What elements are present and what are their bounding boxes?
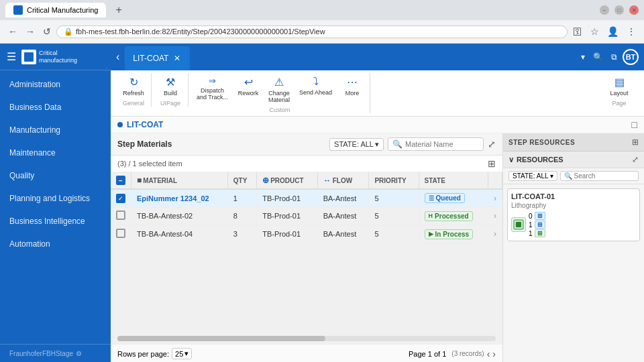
bookmark-icon[interactable]: ⚿ <box>570 25 585 38</box>
tab-favicon <box>13 5 23 15</box>
star-icon[interactable]: ☆ <box>588 25 602 38</box>
sidebar-logo: Critical manufacturing <box>21 50 77 64</box>
forward-button[interactable]: → <box>23 25 38 38</box>
row1-checkbox[interactable]: ✓ <box>116 194 125 203</box>
tab-search-button[interactable]: 🔍 <box>590 51 606 63</box>
sidebar-item-bi[interactable]: Business Intelligence <box>0 210 111 233</box>
resource-card[interactable]: LIT-COAT-01 Lithography 0 ⊞ <box>507 188 640 241</box>
main-content: ‹ LIT-COAT ✕ ▾ 🔍 ⧉ BT ↻ Refresh <box>111 44 644 362</box>
tab-dropdown-button[interactable]: ▾ <box>578 51 588 63</box>
table-scroll-container[interactable]: − ■MATERIAL QTY ⊕PRODUCT ↔FLOW PRIORITY … <box>111 172 502 333</box>
row1-priority: 5 <box>369 189 419 207</box>
minimize-button[interactable]: − <box>600 5 609 15</box>
collapse-icon: ∨ <box>508 156 514 164</box>
th-material: ■MATERIAL <box>131 172 228 189</box>
toolbar: ↻ Refresh General ⚒ Build UIPage <box>111 70 644 117</box>
close-button[interactable]: ✕ <box>629 5 639 15</box>
breadcrumb: LIT-COAT □ <box>111 117 644 133</box>
resources-search-input[interactable] <box>574 172 635 180</box>
resource-counts: 0 ⊞ 1 ⊞ 1 ⊞ <box>529 212 545 237</box>
search-input-field[interactable] <box>405 140 479 148</box>
step-resources-expand-icon[interactable]: ⊞ <box>632 137 639 147</box>
sidebar-item-planning[interactable]: Planning and Logistics <box>0 187 111 210</box>
th-product: ⊕PRODUCT <box>257 172 318 189</box>
next-page-button[interactable]: › <box>492 349 496 359</box>
refresh-icon: ↻ <box>129 76 138 88</box>
row2-qty: 8 <box>227 207 256 225</box>
table-row[interactable]: TB-BA-Antest-02 8 TB-Prod-01 BA-Antest 5… <box>111 207 502 225</box>
user-avatar[interactable]: BT <box>623 49 639 65</box>
row2-arrow[interactable]: › <box>494 211 496 221</box>
back-button[interactable]: ← <box>5 25 20 38</box>
header-checkbox[interactable]: − <box>116 176 125 185</box>
dispatch-button[interactable]: ⇒ Dispatchand Track... <box>193 73 232 106</box>
tab-right-actions: ▾ 🔍 ⧉ BT <box>573 49 644 65</box>
user-icon[interactable]: 👤 <box>604 25 621 38</box>
address-bar[interactable]: 🔒 fbh-mes-test.fbh-berlin.de:82/Entity/S… <box>56 25 568 38</box>
row2-checkbox[interactable] <box>116 210 125 220</box>
prev-page-button[interactable]: ‹ <box>487 349 490 359</box>
send-ahead-label: Send Ahead <box>299 89 332 96</box>
section-header: Step Materials STATE: ALL ▾ 🔍 ⤢ <box>111 133 502 156</box>
lock-icon: 🔒 <box>64 27 73 36</box>
row3-state: ▶ In Process <box>419 225 488 243</box>
browser-tab[interactable]: Critical Manufacturing <box>5 3 106 17</box>
reload-button[interactable]: ↺ <box>40 25 54 38</box>
sidebar-item-maintenance[interactable]: Maintenance <box>0 141 111 164</box>
horizontal-scrollbar[interactable] <box>117 336 496 341</box>
row1-arrow[interactable]: › <box>494 194 496 203</box>
send-ahead-button[interactable]: ⤵ Send Ahead <box>295 73 336 106</box>
more-button[interactable]: ⋯ More <box>337 73 367 106</box>
change-material-icon: ⚠ <box>274 76 284 88</box>
browser-titlebar: Critical Manufacturing + − □ ✕ <box>0 0 644 20</box>
more-icon: ⋯ <box>347 76 358 88</box>
resources-state-dropdown[interactable]: STATE: ALL ▾ <box>508 171 557 181</box>
change-material-button[interactable]: ⚠ ChangeMaterial <box>264 73 294 106</box>
layout-button[interactable]: ▤ Layout <box>602 73 636 99</box>
count-box-3: ⊞ <box>535 229 545 237</box>
row3-arrow[interactable]: › <box>494 229 496 239</box>
tab-panel: ‹ LIT-COAT ✕ ▾ 🔍 ⧉ BT <box>111 44 644 70</box>
sidebar-item-automation[interactable]: Automation <box>0 233 111 255</box>
expand-icon[interactable]: ⤢ <box>488 139 496 149</box>
resources-expand-button[interactable]: ⤢ <box>632 155 639 164</box>
table-row[interactable]: ✓ EpiNummer 1234_02 1 TB-Prod-01 BA-Ante… <box>111 189 502 207</box>
table-row[interactable]: TB-BA-Antest-04 3 TB-Prod-01 BA-Antest 5… <box>111 225 502 243</box>
row3-qty: 3 <box>227 225 256 243</box>
rework-button[interactable]: ↩ Rework <box>233 73 263 106</box>
columns-button[interactable]: ⊞ <box>488 158 496 169</box>
tab-close-button[interactable]: ✕ <box>172 54 182 63</box>
rows-per-page: Rows per page: 25 ▾ <box>117 348 192 359</box>
row2-product: TB-Prod-01 <box>257 207 318 225</box>
tab-item-lit-coat[interactable]: LIT-COAT ✕ <box>125 46 190 70</box>
add-tab-button[interactable]: + <box>111 4 125 16</box>
resources-state-icon: ▾ <box>550 172 553 180</box>
send-ahead-icon: ⤵ <box>313 76 319 88</box>
resources-toggle[interactable]: ∨ RESOURCES <box>508 156 564 164</box>
search-icon: 🔍 <box>392 139 402 149</box>
hamburger-button[interactable]: ☰ <box>7 50 16 63</box>
sidebar: ☰ Critical manufacturing Administration … <box>0 44 111 362</box>
sidebar-item-quality[interactable]: Quality <box>0 164 111 187</box>
sidebar-item-business-data[interactable]: Business Data <box>0 96 111 119</box>
browser-menu-icon[interactable]: ⋮ <box>624 25 639 38</box>
row3-checkbox[interactable] <box>116 229 125 238</box>
toolbar-group-general: ↻ Refresh General <box>116 73 152 107</box>
sidebar-item-administration[interactable]: Administration <box>0 73 111 96</box>
sidebar-item-manufacturing[interactable]: Manufacturing <box>0 119 111 141</box>
count-box-2: ⊞ <box>535 221 545 229</box>
tab-window-button[interactable]: ⧉ <box>608 51 620 63</box>
refresh-button[interactable]: ↻ Refresh <box>119 73 148 99</box>
breadcrumb-icon[interactable]: □ <box>632 119 637 130</box>
tab-back-button[interactable]: ‹ <box>111 51 125 63</box>
row2-priority: 5 <box>369 207 419 225</box>
step-resources-header: STEP RESOURCES ⊞ <box>503 133 644 152</box>
material-search[interactable]: 🔍 <box>388 137 484 151</box>
state-dropdown[interactable]: STATE: ALL ▾ <box>329 138 384 151</box>
build-button[interactable]: ⚒ Build <box>156 73 185 99</box>
maximize-button[interactable]: □ <box>614 5 624 15</box>
logo-text: Critical manufacturing <box>39 50 77 64</box>
rows-per-page-dropdown[interactable]: 25 ▾ <box>172 348 192 359</box>
sidebar-footer-icon[interactable]: ⚙ <box>76 350 82 357</box>
resources-search[interactable]: 🔍 <box>560 171 639 181</box>
